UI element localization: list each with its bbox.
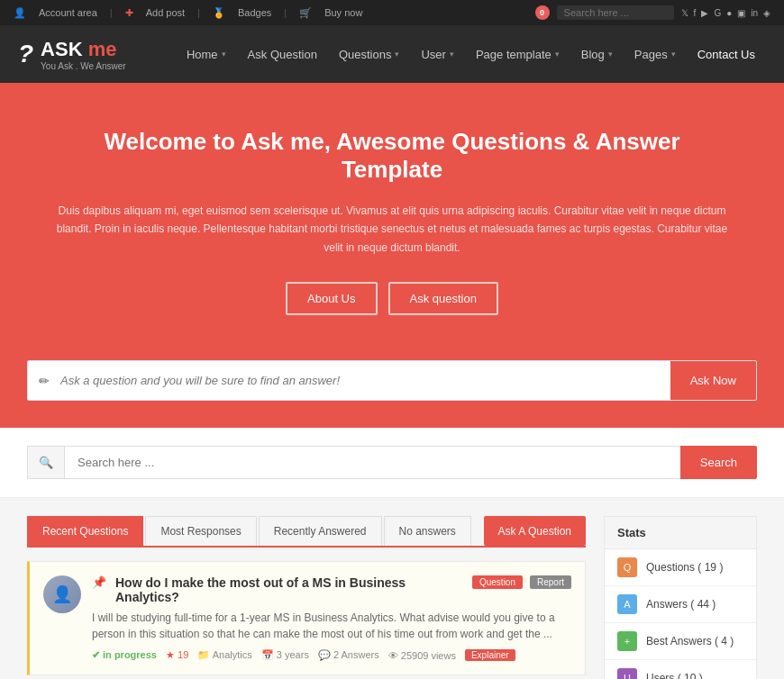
ask-bar-section: ✏ Ask Now [0, 360, 784, 428]
tab-ask-question-button[interactable]: Ask A Question [484, 516, 586, 546]
questions-stat-icon: Q [617, 557, 637, 577]
hero-title: Welcome to Ask me, Awesome Questions & A… [54, 128, 730, 184]
chevron-down-icon: ▾ [555, 50, 560, 59]
badge-icon-topbar: 🏅 [213, 7, 225, 19]
hero-section: Welcome to Ask me, Awesome Questions & A… [0, 83, 784, 360]
youtube-icon[interactable]: ▶ [701, 8, 708, 18]
logo: ? ASK me You Ask . We Answer [18, 38, 126, 71]
answers-stat-icon: A [617, 594, 637, 614]
tab-recently-answered[interactable]: Recently Answered [259, 516, 382, 546]
nav-ask-question[interactable]: Ask Question [237, 25, 328, 83]
social-icons: 𝕏 f ▶ G ● ▣ in ◈ [681, 8, 770, 18]
gplus-icon[interactable]: G [714, 8, 721, 18]
question-meta-1: ✔ in progress ★ 19 📁 Analytics 📅 3 years… [92, 649, 571, 661]
logo-icon: ? [18, 41, 33, 67]
stat-users-label: Users ( 10 ) [646, 672, 703, 679]
stat-best-answers[interactable]: + Best Answers ( 4 ) [605, 623, 756, 660]
views-1: 👁 25909 views [388, 650, 456, 661]
chevron-down-icon: ▾ [608, 50, 613, 59]
vimeo-icon[interactable]: ▣ [737, 8, 745, 18]
status-badge-1: ✔ in progress [92, 649, 157, 661]
stats-title: Stats [605, 517, 756, 549]
ask-question-hero-button[interactable]: Ask question [388, 282, 498, 315]
nav-home[interactable]: Home ▾ [176, 25, 237, 83]
tab-most-responses[interactable]: Most Responses [145, 516, 256, 546]
nav-pages[interactable]: Pages ▾ [624, 25, 687, 83]
pencil-icon: ✏ [28, 374, 60, 388]
main-nav: Home ▾ Ask Question Questions ▾ User ▾ P… [176, 25, 766, 83]
top-bar-left: 👤 Account area | ✚ Add post | 🏅 Badges |… [14, 7, 362, 19]
search-section: 🔍 Search [0, 428, 784, 498]
report-badge-1[interactable]: Report [530, 575, 571, 589]
time-1: 📅 3 years [261, 649, 309, 661]
stat-answers[interactable]: A Answers ( 44 ) [605, 586, 756, 623]
nav-page-template[interactable]: Page template ▾ [465, 25, 570, 83]
nav-questions[interactable]: Questions ▾ [328, 25, 411, 83]
stat-best-answers-label: Best Answers ( 4 ) [646, 635, 734, 647]
top-bar-icon-user: 👤 [14, 7, 26, 19]
stat-users[interactable]: U Users ( 10 ) [605, 660, 756, 679]
question-title-1[interactable]: How do I make the most out of a MS in Bu… [115, 575, 465, 604]
linkedin-icon[interactable]: in [751, 8, 758, 18]
header: ? ASK me You Ask . We Answer Home ▾ Ask … [0, 25, 784, 83]
about-us-button[interactable]: About Us [286, 282, 377, 315]
top-bar-right: 0 𝕏 f ▶ G ● ▣ in ◈ [535, 5, 770, 20]
top-bar: 👤 Account area | ✚ Add post | 🏅 Badges |… [0, 0, 784, 25]
chevron-down-icon: ▾ [671, 50, 676, 59]
hero-buttons: About Us Ask question [54, 282, 730, 315]
rss-topbar-icon[interactable]: ◈ [763, 8, 770, 18]
logo-subtitle: You Ask . We Answer [41, 61, 126, 71]
explainer-badge-1: Explainer [465, 649, 515, 661]
logo-text: ASK me You Ask . We Answer [41, 38, 126, 71]
question-excerpt-1: I will be studying full-time for a 1-yea… [92, 610, 571, 642]
search-icon: 🔍 [27, 446, 64, 479]
hero-description: Duis dapibus aliquam mi, eget euismod se… [54, 202, 730, 257]
main-content: Recent Questions Most Responses Recently… [0, 498, 784, 679]
question-badge-1: Question [472, 575, 523, 589]
question-tabs: Recent Questions Most Responses Recently… [27, 516, 586, 548]
pin-icon: 📌 [92, 575, 106, 589]
nav-user[interactable]: User ▾ [410, 25, 464, 83]
stats-section: Stats Q Questions ( 19 ) A Answers ( 44 … [604, 516, 757, 679]
users-stat-icon: U [617, 668, 637, 679]
buy-now-link[interactable]: Buy now [324, 7, 362, 18]
logo-title: ASK me [41, 38, 126, 61]
search-button[interactable]: Search [680, 446, 757, 479]
tab-recent-questions[interactable]: Recent Questions [27, 516, 143, 546]
search-input[interactable] [64, 446, 680, 479]
facebook-icon[interactable]: f [694, 8, 697, 18]
ask-bar-input[interactable] [60, 361, 670, 400]
votes-1: ★ 19 [166, 649, 188, 661]
sidebar: Stats Q Questions ( 19 ) A Answers ( 44 … [604, 516, 757, 679]
badges-link[interactable]: Badges [238, 7, 271, 18]
avatar-1: 👤 [43, 575, 81, 613]
question-card-1: 👤 📌 How do I make the most out of a MS i… [27, 561, 586, 675]
stat-answers-label: Answers ( 44 ) [646, 598, 716, 611]
search-bar: 🔍 Search [27, 446, 757, 479]
question-title-row-1: 📌 How do I make the most out of a MS in … [92, 575, 571, 604]
ask-bar-inner: ✏ Ask Now [27, 360, 757, 401]
add-post-link[interactable]: Add post [146, 7, 185, 18]
cart-icon: 🛒 [299, 7, 312, 19]
chevron-down-icon: ▾ [222, 50, 226, 59]
notification-badge[interactable]: 0 [535, 5, 550, 20]
twitter-icon[interactable]: 𝕏 [681, 8, 688, 18]
question-body-1: 📌 How do I make the most out of a MS in … [92, 575, 571, 661]
nav-blog[interactable]: Blog ▾ [570, 25, 624, 83]
stat-questions-label: Questions ( 19 ) [646, 561, 723, 574]
content-left: Recent Questions Most Responses Recently… [27, 516, 586, 679]
top-search-input[interactable] [557, 5, 674, 20]
answers-1: 💬 2 Answers [318, 649, 379, 661]
tab-no-answers[interactable]: No answers [384, 516, 471, 546]
ask-now-button[interactable]: Ask Now [670, 361, 756, 400]
chevron-down-icon: ▾ [450, 50, 454, 59]
account-area-link[interactable]: Account area [39, 7, 97, 18]
stat-questions[interactable]: Q Questions ( 19 ) [605, 549, 756, 586]
chevron-down-icon: ▾ [395, 50, 399, 59]
nav-contact-us[interactable]: Contact Us [687, 25, 766, 83]
category-1: 📁 Analytics [197, 649, 251, 661]
plus-icon: ✚ [125, 7, 133, 19]
flickr-icon[interactable]: ● [726, 8, 732, 18]
best-answers-stat-icon: + [617, 631, 637, 651]
